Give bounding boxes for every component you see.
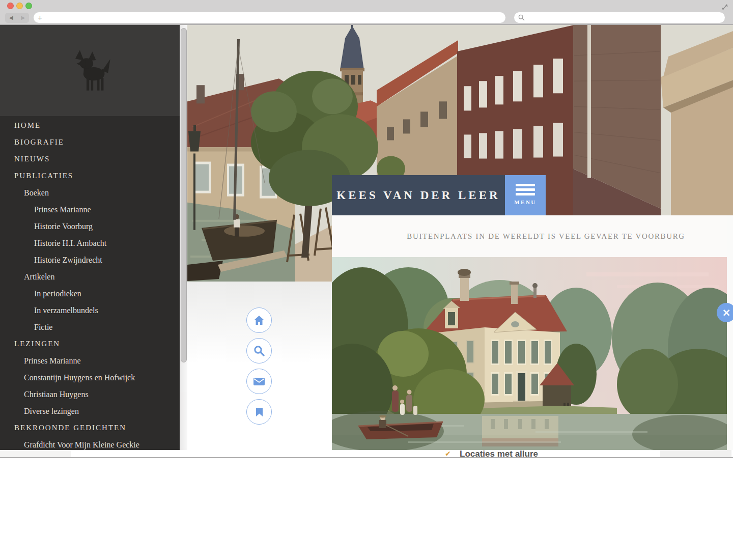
sidebar-item-home[interactable]: HOME	[0, 117, 180, 134]
hamburger-icon	[516, 184, 535, 195]
dog-logo-icon	[68, 46, 112, 95]
bookmark-icon	[256, 407, 263, 417]
sidebar-item-biografie[interactable]: BIOGRAFIE	[0, 134, 180, 151]
scrollbar-thumb[interactable]	[181, 28, 187, 362]
window-minimize-button[interactable]	[16, 3, 23, 9]
menu-button-label: MENU	[514, 199, 537, 205]
sidebar-item-boeken[interactable]: Boeken	[0, 184, 180, 201]
bookmark-button[interactable]	[246, 399, 272, 425]
site-header: KEES VAN DER LEER	[332, 175, 505, 215]
plus-icon: +	[38, 13, 42, 22]
footer-gray-block-left	[0, 450, 71, 457]
window-close-button[interactable]	[7, 3, 14, 9]
sidebar-item-diverse-lezingen[interactable]: Diverse lezingen	[0, 403, 180, 419]
home-icon	[253, 315, 265, 325]
mail-icon	[253, 377, 265, 386]
back-button[interactable]: ◀	[9, 13, 13, 23]
left-gutter	[187, 282, 332, 450]
sidebar-item-in-verzamelbundels[interactable]: In verzamelbundels	[0, 302, 180, 319]
sidebar-item-artikelen[interactable]: Artikelen	[0, 268, 180, 285]
sidebar-item-bekroonde-gedichten[interactable]: BEKROONDE GEDICHTEN	[0, 419, 180, 436]
forward-button[interactable]: ▶	[21, 13, 25, 23]
url-bar[interactable]: +	[34, 12, 505, 23]
sidebar-item-fictie[interactable]: Fictie	[0, 319, 180, 335]
menu-button[interactable]: MENU	[505, 175, 546, 215]
footer-peek: ✔ Locaties met allure	[0, 450, 733, 457]
sidebar-item-lezingen[interactable]: LEZINGEN	[0, 335, 180, 352]
sidebar: HOMEBIOGRAFIENIEUWSPUBLICATIESBoekenPrin…	[0, 25, 180, 450]
footer-peek-label: Locaties met allure	[460, 450, 538, 457]
mail-button[interactable]	[246, 369, 272, 394]
sidebar-item-in-periodieken[interactable]: In periodieken	[0, 285, 180, 302]
close-overlay-button[interactable]: ×	[717, 303, 733, 322]
site-title: KEES VAN DER LEER	[336, 189, 500, 202]
sidebar-item-grafdicht-voor-mijn-kleine-geckie[interactable]: Grafdicht Voor Mijn Kleine Geckie	[0, 436, 180, 450]
sidebar-item-historie-h-i-ambacht[interactable]: Historie H.I. Ambacht	[0, 235, 180, 251]
sidebar-item-historie-zwijndrecht[interactable]: Historie Zwijndrecht	[0, 251, 180, 268]
fullscreen-icon[interactable]	[721, 3, 729, 11]
sidebar-item-christiaan-huygens[interactable]: Christiaan Huygens	[0, 386, 180, 403]
search-icon	[518, 14, 525, 21]
estate-photo	[332, 257, 727, 450]
browser-chrome: ◀ ▶ +	[0, 0, 733, 25]
check-icon: ✔	[445, 450, 451, 457]
home-button[interactable]	[246, 307, 272, 333]
footer-gray-block-right	[660, 450, 731, 457]
screenshot-root: ◀ ▶ +	[0, 0, 733, 560]
sidebar-menu: HOMEBIOGRAFIENIEUWSPUBLICATIESBoekenPrin…	[0, 116, 180, 450]
sidebar-item-constantijn-huygens-en-hofwijck[interactable]: Constantijn Huygens en Hofwijck	[0, 369, 180, 386]
nav-button-group: ◀ ▶	[5, 13, 29, 23]
search-icon	[253, 345, 265, 356]
sidebar-item-nieuws[interactable]: NIEUWS	[0, 151, 180, 167]
site-logo[interactable]	[0, 25, 180, 116]
sidebar-scrollbar[interactable]	[180, 25, 187, 457]
sidebar-item-prinses-marianne[interactable]: Prinses Marianne	[0, 201, 180, 218]
search-bar[interactable]	[514, 12, 725, 23]
window-zoom-button[interactable]	[25, 3, 32, 9]
sidebar-item-publicaties[interactable]: PUBLICATIES	[0, 167, 180, 184]
sidebar-item-historie-voorburg[interactable]: Historie Voorburg	[0, 218, 180, 235]
tagline-band: BUITENPLAATS IN DE WERELDT IS VEEL GEVAE…	[332, 215, 733, 257]
sidebar-item-prinses-marianne[interactable]: Prinses Marianne	[0, 352, 180, 369]
search-button[interactable]	[246, 338, 272, 363]
page-viewport: HOMEBIOGRAFIENIEUWSPUBLICATIESBoekenPrin…	[0, 25, 733, 458]
tagline: BUITENPLAATS IN DE WERELDT IS VEEL GEVAE…	[380, 232, 685, 241]
right-gutter	[727, 215, 733, 457]
